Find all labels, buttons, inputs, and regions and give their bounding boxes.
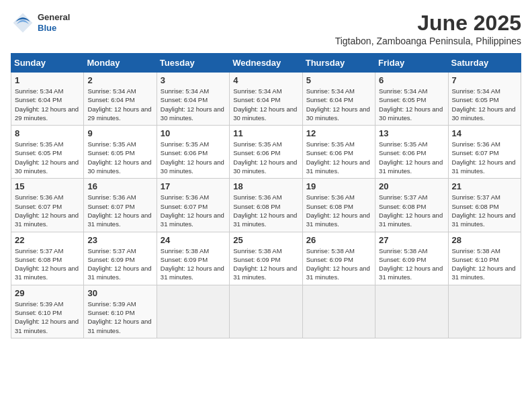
day-number: 14	[452, 128, 517, 138]
table-row: 4 Sunrise: 5:34 AM Sunset: 6:04 PM Dayli…	[230, 73, 302, 126]
table-row: 15 Sunrise: 5:36 AM Sunset: 6:07 PM Dayl…	[11, 179, 84, 232]
table-row: 11 Sunrise: 5:35 AM Sunset: 6:06 PM Dayl…	[230, 126, 302, 179]
day-number: 24	[161, 235, 226, 245]
day-number: 3	[161, 75, 226, 85]
table-row: 2 Sunrise: 5:34 AM Sunset: 6:04 PM Dayli…	[84, 73, 157, 126]
table-row: 7 Sunrise: 5:34 AM Sunset: 6:05 PM Dayli…	[448, 73, 521, 126]
day-info: Sunrise: 5:35 AM Sunset: 6:06 PM Dayligh…	[379, 140, 444, 175]
table-row: 26 Sunrise: 5:38 AM Sunset: 6:09 PM Dayl…	[302, 232, 375, 285]
logo-icon	[11, 11, 35, 35]
calendar-table: Sunday Monday Tuesday Wednesday Thursday…	[11, 53, 521, 338]
day-info: Sunrise: 5:38 AM Sunset: 6:09 PM Dayligh…	[306, 246, 371, 282]
table-row: 1 Sunrise: 5:34 AM Sunset: 6:04 PM Dayli…	[11, 73, 84, 126]
table-row: 5 Sunrise: 5:34 AM Sunset: 6:04 PM Dayli…	[302, 73, 375, 126]
day-info: Sunrise: 5:35 AM Sunset: 6:05 PM Dayligh…	[15, 140, 80, 175]
day-info: Sunrise: 5:34 AM Sunset: 6:04 PM Dayligh…	[87, 87, 152, 122]
col-tuesday: Tuesday	[157, 54, 229, 73]
day-info: Sunrise: 5:35 AM Sunset: 6:06 PM Dayligh…	[161, 140, 226, 175]
table-row: 23 Sunrise: 5:37 AM Sunset: 6:09 PM Dayl…	[84, 232, 157, 285]
table-row: 21 Sunrise: 5:37 AM Sunset: 6:08 PM Dayl…	[448, 179, 521, 232]
table-row	[302, 285, 375, 338]
day-number: 18	[233, 181, 298, 191]
day-number: 28	[452, 235, 517, 245]
table-row: 12 Sunrise: 5:35 AM Sunset: 6:06 PM Dayl…	[302, 126, 375, 179]
day-info: Sunrise: 5:38 AM Sunset: 6:09 PM Dayligh…	[161, 246, 226, 282]
day-number: 10	[161, 128, 226, 138]
col-friday: Friday	[375, 54, 448, 73]
col-sunday: Sunday	[11, 54, 84, 73]
day-info: Sunrise: 5:36 AM Sunset: 6:07 PM Dayligh…	[161, 193, 226, 228]
table-row: 19 Sunrise: 5:36 AM Sunset: 6:08 PM Dayl…	[302, 179, 375, 232]
day-info: Sunrise: 5:38 AM Sunset: 6:10 PM Dayligh…	[452, 246, 517, 282]
day-number: 9	[87, 128, 152, 138]
day-number: 4	[233, 75, 298, 85]
day-number: 7	[452, 75, 517, 85]
table-row	[448, 285, 521, 338]
table-row: 13 Sunrise: 5:35 AM Sunset: 6:06 PM Dayl…	[375, 126, 448, 179]
table-row: 22 Sunrise: 5:37 AM Sunset: 6:08 PM Dayl…	[11, 232, 84, 285]
day-number: 8	[15, 128, 80, 138]
day-info: Sunrise: 5:35 AM Sunset: 6:06 PM Dayligh…	[306, 140, 371, 175]
calendar-subtitle: Tigtabon, Zamboanga Peninsula, Philippin…	[335, 36, 521, 46]
day-number: 12	[306, 128, 371, 138]
day-info: Sunrise: 5:37 AM Sunset: 6:08 PM Dayligh…	[379, 193, 444, 228]
table-row: 27 Sunrise: 5:38 AM Sunset: 6:09 PM Dayl…	[375, 232, 448, 285]
table-row	[157, 285, 229, 338]
day-number: 15	[15, 181, 80, 191]
table-row: 8 Sunrise: 5:35 AM Sunset: 6:05 PM Dayli…	[11, 126, 84, 179]
day-number: 22	[15, 235, 80, 245]
day-number: 26	[306, 235, 371, 245]
day-number: 6	[379, 75, 444, 85]
table-row	[375, 285, 448, 338]
day-number: 21	[452, 181, 517, 191]
table-row: 25 Sunrise: 5:38 AM Sunset: 6:09 PM Dayl…	[230, 232, 302, 285]
day-number: 11	[233, 128, 298, 138]
table-row: 28 Sunrise: 5:38 AM Sunset: 6:10 PM Dayl…	[448, 232, 521, 285]
day-number: 2	[87, 75, 152, 85]
day-info: Sunrise: 5:34 AM Sunset: 6:04 PM Dayligh…	[15, 87, 80, 122]
table-row: 30 Sunrise: 5:39 AM Sunset: 6:10 PM Dayl…	[84, 285, 157, 338]
day-info: Sunrise: 5:34 AM Sunset: 6:05 PM Dayligh…	[452, 87, 517, 122]
day-number: 23	[87, 235, 152, 245]
day-info: Sunrise: 5:37 AM Sunset: 6:08 PM Dayligh…	[452, 193, 517, 228]
day-info: Sunrise: 5:38 AM Sunset: 6:09 PM Dayligh…	[379, 246, 444, 282]
calendar-week-row: 15 Sunrise: 5:36 AM Sunset: 6:07 PM Dayl…	[11, 179, 521, 232]
day-info: Sunrise: 5:38 AM Sunset: 6:09 PM Dayligh…	[233, 246, 298, 282]
table-row: 20 Sunrise: 5:37 AM Sunset: 6:08 PM Dayl…	[375, 179, 448, 232]
day-info: Sunrise: 5:35 AM Sunset: 6:05 PM Dayligh…	[87, 140, 152, 175]
day-info: Sunrise: 5:37 AM Sunset: 6:08 PM Dayligh…	[15, 246, 80, 282]
day-number: 30	[87, 288, 152, 298]
day-info: Sunrise: 5:37 AM Sunset: 6:09 PM Dayligh…	[87, 246, 152, 282]
table-row: 10 Sunrise: 5:35 AM Sunset: 6:06 PM Dayl…	[157, 126, 229, 179]
calendar-week-row: 29 Sunrise: 5:39 AM Sunset: 6:10 PM Dayl…	[11, 285, 521, 338]
table-row: 17 Sunrise: 5:36 AM Sunset: 6:07 PM Dayl…	[157, 179, 229, 232]
day-info: Sunrise: 5:36 AM Sunset: 6:07 PM Dayligh…	[87, 193, 152, 228]
col-saturday: Saturday	[448, 54, 521, 73]
day-info: Sunrise: 5:36 AM Sunset: 6:07 PM Dayligh…	[15, 193, 80, 228]
day-info: Sunrise: 5:36 AM Sunset: 6:08 PM Dayligh…	[306, 193, 371, 228]
calendar-week-row: 8 Sunrise: 5:35 AM Sunset: 6:05 PM Dayli…	[11, 126, 521, 179]
table-row: 6 Sunrise: 5:34 AM Sunset: 6:05 PM Dayli…	[375, 73, 448, 126]
day-info: Sunrise: 5:35 AM Sunset: 6:06 PM Dayligh…	[233, 140, 298, 175]
weekday-header-row: Sunday Monday Tuesday Wednesday Thursday…	[11, 54, 521, 73]
table-row: 14 Sunrise: 5:36 AM Sunset: 6:07 PM Dayl…	[448, 126, 521, 179]
day-info: Sunrise: 5:39 AM Sunset: 6:10 PM Dayligh…	[15, 300, 80, 335]
day-info: Sunrise: 5:34 AM Sunset: 6:04 PM Dayligh…	[306, 87, 371, 122]
day-number: 5	[306, 75, 371, 85]
table-row: 29 Sunrise: 5:39 AM Sunset: 6:10 PM Dayl…	[11, 285, 84, 338]
svg-marker-0	[13, 13, 33, 33]
day-number: 16	[87, 181, 152, 191]
logo-general: General	[38, 12, 70, 23]
day-number: 19	[306, 181, 371, 191]
day-number: 17	[161, 181, 226, 191]
day-info: Sunrise: 5:34 AM Sunset: 6:04 PM Dayligh…	[233, 87, 298, 122]
table-row: 3 Sunrise: 5:34 AM Sunset: 6:04 PM Dayli…	[157, 73, 229, 126]
col-monday: Monday	[84, 54, 157, 73]
day-info: Sunrise: 5:34 AM Sunset: 6:04 PM Dayligh…	[161, 87, 226, 122]
day-number: 29	[15, 288, 80, 298]
title-area: June 2025 Tigtabon, Zamboanga Peninsula,…	[335, 11, 521, 46]
page-container: General Blue June 2025 Tigtabon, Zamboan…	[11, 11, 521, 338]
table-row: 24 Sunrise: 5:38 AM Sunset: 6:09 PM Dayl…	[157, 232, 229, 285]
table-row: 16 Sunrise: 5:36 AM Sunset: 6:07 PM Dayl…	[84, 179, 157, 232]
day-info: Sunrise: 5:36 AM Sunset: 6:07 PM Dayligh…	[452, 140, 517, 175]
